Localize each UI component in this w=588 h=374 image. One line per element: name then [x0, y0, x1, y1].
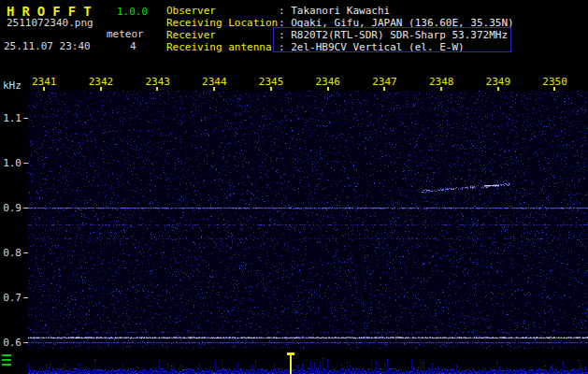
hrofft-window: HROFFT 1.0.0 2511072340.png meteor 4 25.…	[0, 0, 588, 374]
info-label: Receiving antenna	[166, 41, 279, 53]
echo-count: 4	[130, 40, 136, 52]
app-version: 1.0.0	[117, 6, 148, 18]
freq-tick-label: 1.0	[0, 157, 22, 169]
info-value: : Takanori Kawachi	[279, 5, 390, 17]
level-scale-dash	[2, 354, 11, 356]
info-row-receiver: Receiver: R820T2(RTL-SDR) SDR-Sharp 53.3…	[166, 29, 514, 41]
mode-label: meteor	[107, 28, 144, 40]
level-scale-dash	[2, 359, 11, 361]
info-label: Receiver	[166, 29, 279, 41]
info-value: : R820T2(RTL-SDR) SDR-Sharp 53.372MHz	[279, 29, 508, 41]
info-row-antenna: Receiving antenna: 2el-HB9CV Vertical (e…	[166, 41, 514, 53]
freq-tick-label: 0.9	[0, 202, 22, 214]
info-row-observer: Observer: Takanori Kawachi	[166, 5, 514, 17]
level-scale-dash	[2, 364, 11, 366]
freq-tick-label: 0.7	[0, 292, 22, 304]
spectrogram-canvas	[28, 91, 588, 349]
freq-tick-label: 1.1	[0, 112, 22, 124]
level-scale-marks	[2, 354, 11, 368]
freq-tick-label: 0.6	[0, 337, 22, 349]
time-axis: 2341234223432344234523462347234823492350	[0, 76, 588, 91]
info-label: Receiving Location	[166, 17, 279, 29]
info-value: : Ogaki, Gifu, JAPAN (136.60E, 35.35N)	[279, 17, 514, 29]
info-row-location: Receiving Location: Ogaki, Gifu, JAPAN (…	[166, 17, 514, 29]
freq-tick-label: 0.8	[0, 247, 22, 259]
info-label: Observer	[166, 5, 279, 17]
freq-axis: 1.11.00.90.80.70.6	[0, 0, 28, 374]
info-value: : 2el-HB9CV Vertical (el. E-W)	[279, 41, 465, 53]
signal-level-canvas	[28, 352, 588, 374]
station-info: Observer: Takanori Kawachi Receiving Loc…	[166, 5, 514, 53]
